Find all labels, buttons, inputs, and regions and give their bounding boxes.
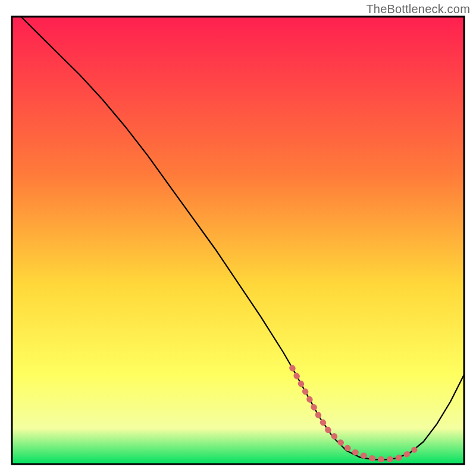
watermark-text: TheBottleneck.com [366, 2, 470, 16]
plot-area [12, 17, 464, 464]
gradient-background [12, 17, 464, 464]
chart-container: TheBottleneck.com [0, 0, 476, 476]
bottleneck-curve-chart [0, 0, 476, 476]
